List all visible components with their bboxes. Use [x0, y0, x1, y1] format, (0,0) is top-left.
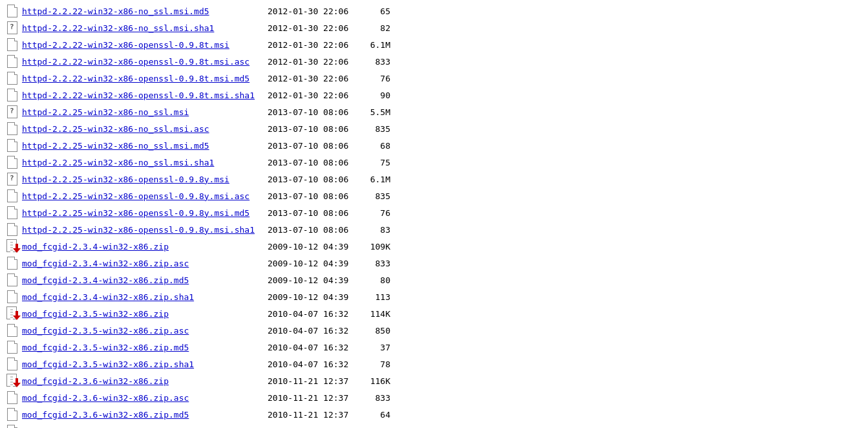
file-date: 2010-11-21 12:37	[268, 376, 352, 386]
table-row: ? httpd-2.2.25-win32-x86-openssl-0.9.8y.…	[5, 171, 863, 187]
doc-icon	[5, 139, 19, 152]
svg-rect-4	[16, 378, 18, 383]
file-link[interactable]: httpd-2.2.22-win32-x86-openssl-0.9.8t.ms…	[22, 40, 268, 50]
file-link[interactable]: httpd-2.2.25-win32-x86-openssl-0.9.8y.ms…	[22, 175, 268, 184]
file-link[interactable]: httpd-2.2.25-win32-x86-no_ssl.msi.md5	[22, 141, 268, 151]
file-size: 835	[352, 124, 390, 134]
doc-icon	[5, 341, 19, 354]
file-date: 2013-07-10 08:06	[268, 158, 352, 167]
doc-icon	[5, 72, 19, 85]
doc-icon	[5, 189, 19, 202]
table-row: mod_fcgid-2.3.6-win32-x86.zip2010-11-21 …	[5, 372, 863, 389]
file-date: 2010-11-21 12:37	[268, 393, 352, 403]
doc-icon	[5, 358, 19, 370]
unknown-icon: ?	[5, 105, 19, 118]
table-row: mod_fcgid-2.3.5-win32-x86.zip.asc2010-04…	[5, 322, 863, 339]
table-row: httpd-2.2.22-win32-x86-no_ssl.msi.md5201…	[5, 3, 863, 19]
file-link[interactable]: mod_fcgid-2.3.4-win32-x86.zip.md5	[22, 275, 268, 285]
file-date: 2010-04-07 16:32	[268, 343, 352, 352]
file-link[interactable]: mod_fcgid-2.3.6-win32-x86.zip.md5	[22, 410, 268, 420]
table-row: mod_fcgid-2.3.5-win32-x86.zip2010-04-07 …	[5, 305, 863, 322]
file-date: 2010-11-21 12:37	[268, 410, 352, 420]
file-date: 2013-07-10 08:06	[268, 175, 352, 184]
table-row: ? httpd-2.2.22-win32-x86-no_ssl.msi.sha1…	[5, 19, 863, 36]
file-link[interactable]: httpd-2.2.22-win32-x86-openssl-0.9.8t.ms…	[22, 74, 268, 83]
file-date: 2010-04-07 16:32	[268, 326, 352, 336]
file-date: 2012-01-30 22:06	[268, 6, 352, 16]
file-size: 68	[352, 141, 390, 151]
file-size: 850	[352, 326, 390, 336]
doc-icon	[5, 408, 19, 421]
table-row: httpd-2.2.25-win32-x86-openssl-0.9.8y.ms…	[5, 221, 863, 238]
file-link[interactable]: mod_fcgid-2.3.5-win32-x86.zip.asc	[22, 326, 268, 336]
table-row: mod_fcgid-2.3.5-win32-x86.zip.md52010-04…	[5, 339, 863, 356]
file-link[interactable]: httpd-2.2.22-win32-x86-no_ssl.msi.md5	[22, 6, 268, 16]
file-link[interactable]: mod_fcgid-2.3.6-win32-x86.zip.asc	[22, 393, 268, 403]
table-row: httpd-2.2.22-win32-x86-openssl-0.9.8t.ms…	[5, 70, 863, 87]
file-size: 5.5M	[352, 107, 390, 117]
file-date: 2009-10-12 04:39	[268, 275, 352, 285]
file-link[interactable]: mod_fcgid-2.3.5-win32-x86.zip.md5	[22, 343, 268, 352]
file-date: 2012-01-30 22:06	[268, 91, 352, 100]
doc-icon	[5, 55, 19, 68]
file-size: 113	[352, 292, 390, 302]
file-link[interactable]: mod_fcgid-2.3.4-win32-x86.zip.asc	[22, 259, 268, 268]
file-date: 2012-01-30 22:06	[268, 57, 352, 67]
doc-icon	[5, 223, 19, 236]
svg-rect-2	[16, 311, 18, 316]
file-date: 2012-01-30 22:06	[268, 74, 352, 83]
file-link[interactable]: mod_fcgid-2.3.6-win32-x86.zip	[22, 376, 268, 386]
file-size: 75	[352, 158, 390, 167]
doc-icon	[5, 156, 19, 169]
file-date: 2013-07-10 08:06	[268, 208, 352, 218]
file-list: httpd-2.2.22-win32-x86-no_ssl.msi.md5201…	[0, 0, 868, 428]
doc-icon	[5, 89, 19, 102]
file-size: 82	[352, 23, 390, 33]
file-link[interactable]: httpd-2.2.25-win32-x86-openssl-0.9.8y.ms…	[22, 191, 268, 201]
file-size: 80	[352, 275, 390, 285]
file-link[interactable]: httpd-2.2.25-win32-x86-no_ssl.msi	[22, 107, 268, 117]
table-row: httpd-2.2.22-win32-x86-openssl-0.9.8t.ms…	[5, 53, 863, 70]
table-row: mod_fcgid-2.3.4-win32-x86.zip.asc2009-10…	[5, 255, 863, 272]
table-row: httpd-2.2.25-win32-x86-no_ssl.msi.sha120…	[5, 154, 863, 171]
file-link[interactable]: mod_fcgid-2.3.4-win32-x86.zip.sha1	[22, 292, 268, 302]
file-date: 2013-07-10 08:06	[268, 141, 352, 151]
unknown-icon: ?	[5, 173, 19, 186]
file-link[interactable]: httpd-2.2.22-win32-x86-openssl-0.9.8t.ms…	[22, 57, 268, 67]
file-date: 2009-10-12 04:39	[268, 259, 352, 268]
doc-icon	[5, 38, 19, 51]
file-date: 2013-07-10 08:06	[268, 107, 352, 117]
file-link[interactable]: httpd-2.2.22-win32-x86-no_ssl.msi.sha1	[22, 23, 268, 33]
file-date: 2010-04-07 16:32	[268, 359, 352, 369]
file-date: 2009-10-12 04:39	[268, 242, 352, 251]
table-row: mod_fcgid-2.3.4-win32-x86.zip2009-10-12 …	[5, 238, 863, 255]
table-row: httpd-2.2.25-win32-x86-no_ssl.msi.asc201…	[5, 120, 863, 137]
doc-icon	[5, 122, 19, 135]
file-size: 835	[352, 191, 390, 201]
file-link[interactable]: httpd-2.2.25-win32-x86-no_ssl.msi.sha1	[22, 158, 268, 167]
table-row: mod_fcgid-2.3.6-win32-x86.zip.md52010-11…	[5, 406, 863, 423]
file-link[interactable]: mod_fcgid-2.3.5-win32-x86.zip.sha1	[22, 359, 268, 369]
file-size: 833	[352, 393, 390, 403]
file-size: 76	[352, 74, 390, 83]
file-size: 90	[352, 91, 390, 100]
file-link[interactable]: mod_fcgid-2.3.4-win32-x86.zip	[22, 242, 268, 251]
file-size: 833	[352, 259, 390, 268]
table-row: httpd-2.2.25-win32-x86-no_ssl.msi.md5201…	[5, 137, 863, 154]
svg-rect-0	[16, 244, 18, 249]
file-size: 6.1M	[352, 175, 390, 184]
file-link[interactable]: httpd-2.2.25-win32-x86-openssl-0.9.8y.ms…	[22, 208, 268, 218]
file-link[interactable]: httpd-2.2.25-win32-x86-no_ssl.msi.asc	[22, 124, 268, 134]
file-link[interactable]: httpd-2.2.25-win32-x86-openssl-0.9.8y.ms…	[22, 225, 268, 235]
file-link[interactable]: mod_fcgid-2.3.5-win32-x86.zip	[22, 309, 268, 319]
doc-icon	[5, 206, 19, 219]
file-size: 6.1M	[352, 40, 390, 50]
svg-marker-5	[13, 383, 21, 387]
zip-icon	[5, 374, 19, 388]
file-link[interactable]: httpd-2.2.22-win32-x86-openssl-0.9.8t.ms…	[22, 91, 268, 100]
unknown-icon: ?	[5, 21, 19, 34]
file-date: 2012-01-30 22:06	[268, 23, 352, 33]
file-size: 109K	[352, 242, 390, 251]
table-row: mod_fcgid-2.3.4-win32-x86.zip.sha12009-1…	[5, 288, 863, 305]
file-size: 64	[352, 410, 390, 420]
